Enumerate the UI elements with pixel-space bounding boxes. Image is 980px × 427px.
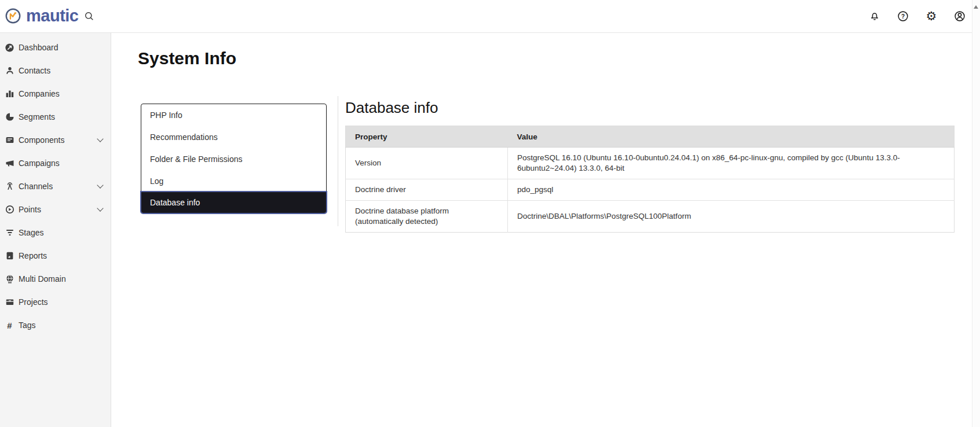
sidebar-item-label: Channels — [19, 182, 53, 191]
mautic-logo[interactable]: mautic — [5, 8, 78, 24]
sidebar-item-contacts[interactable]: Contacts — [0, 59, 111, 82]
table-row: Version PostgreSQL 16.10 (Ubuntu 16.10-0… — [346, 148, 955, 179]
column-header-property: Property — [346, 126, 508, 148]
circle-arrow-icon — [4, 205, 15, 215]
mautic-logo-wordmark: mautic — [26, 8, 78, 24]
tab-log[interactable]: Log — [141, 170, 326, 192]
mautic-app: mautic ? ⚙ — [0, 0, 980, 427]
table-row: Doctrine database platform (automaticall… — [346, 201, 955, 233]
property-cell: Version — [346, 148, 508, 179]
section-title: Database info — [345, 98, 955, 117]
sidebar-item-label: Multi Domain — [19, 274, 66, 284]
pie-chart-icon — [4, 112, 15, 122]
page-title: System Info — [138, 48, 236, 69]
search-icon[interactable] — [85, 12, 94, 23]
hash-icon: # — [4, 321, 15, 330]
archive-box-icon — [4, 297, 15, 307]
globe-icon — [4, 274, 15, 284]
system-info-tab-list: PHP Info Recommendations Folder & File P… — [141, 104, 327, 214]
sidebar-item-reports[interactable]: Reports — [0, 244, 111, 267]
sidebar-item-projects[interactable]: Projects — [0, 290, 111, 314]
value-cell: PostgreSQL 16.10 (Ubuntu 16.10-0ubuntu0.… — [508, 148, 955, 179]
scrollbar-up-arrow-icon[interactable] — [974, 5, 978, 9]
notifications-bell-icon[interactable] — [868, 10, 881, 23]
database-info-table: Property Value Version PostgreSQL 16.10 … — [345, 126, 955, 233]
left-sidebar: Dashboard Contacts — [0, 33, 111, 427]
settings-gear-icon[interactable]: ⚙ — [925, 10, 938, 23]
tab-database-info[interactable]: Database info — [141, 192, 326, 213]
report-doc-icon — [4, 251, 15, 261]
header-action-icons: ? ⚙ — [868, 0, 966, 32]
sidebar-item-companies[interactable]: Companies — [0, 82, 111, 105]
sidebar-item-label: Components — [19, 135, 64, 145]
person-icon — [4, 66, 15, 76]
tab-recommendations[interactable]: Recommendations — [141, 126, 326, 148]
table-row: Doctrine driver pdo_pgsql — [346, 179, 955, 201]
sidebar-item-label: Contacts — [19, 66, 50, 75]
mautic-logo-icon — [5, 8, 21, 24]
sidebar-item-label: Reports — [19, 251, 47, 260]
value-cell: pdo_pgsql — [508, 179, 955, 201]
sidebar-item-channels[interactable]: Channels — [0, 175, 111, 198]
sidebar-item-components[interactable]: Components — [0, 128, 111, 152]
chevron-down-icon — [97, 205, 103, 211]
property-cell: Doctrine driver — [346, 179, 508, 201]
sidebar-item-campaigns[interactable]: Campaigns — [0, 152, 111, 175]
sidebar-item-stages[interactable]: Stages — [0, 221, 111, 244]
account-icon[interactable] — [953, 10, 966, 23]
table-header-row: Property Value — [346, 126, 955, 148]
sidebar-item-multi-domain[interactable]: Multi Domain — [0, 267, 111, 290]
funnel-icon — [4, 228, 15, 238]
sidebar-item-label: Dashboard — [19, 43, 58, 52]
top-header-bar: mautic ? ⚙ — [0, 0, 980, 33]
chevron-down-icon — [97, 182, 103, 188]
sidebar-item-label: Campaigns — [19, 159, 60, 168]
sidebar-item-points[interactable]: Points — [0, 198, 111, 221]
sidebar-item-segments[interactable]: Segments — [0, 105, 111, 128]
tab-folder-file-permissions[interactable]: Folder & File Permissions — [141, 148, 326, 170]
property-cell: Doctrine database platform (automaticall… — [346, 201, 508, 233]
broadcast-icon — [4, 182, 15, 192]
database-info-section: Database info Property Value Version Pos… — [345, 98, 955, 233]
column-header-value: Value — [508, 126, 955, 148]
sidebar-item-label: Tags — [19, 321, 36, 330]
help-icon[interactable]: ? — [897, 10, 909, 23]
sidebar-item-label: Stages — [19, 228, 44, 237]
page-scrollbar[interactable] — [972, 0, 980, 427]
value-cell: Doctrine\DBAL\Platforms\PostgreSQL100Pla… — [508, 201, 955, 233]
main-content: System Info PHP Info Recommendations Fol… — [111, 33, 972, 427]
chevron-down-icon — [97, 135, 103, 142]
tab-content-divider — [338, 96, 338, 226]
bar-chart-icon — [4, 89, 15, 99]
sidebar-item-dashboard[interactable]: Dashboard — [0, 36, 111, 59]
dashboard-gauge-icon — [4, 43, 15, 53]
card-icon — [4, 135, 15, 145]
sidebar-item-label: Points — [19, 205, 41, 214]
sidebar-item-tags[interactable]: # Tags — [0, 314, 111, 337]
tab-php-info[interactable]: PHP Info — [141, 104, 326, 126]
sidebar-nav: Dashboard Contacts — [0, 33, 111, 337]
svg-text:?: ? — [901, 13, 905, 20]
sidebar-item-label: Companies — [19, 89, 60, 98]
sidebar-item-label: Projects — [19, 297, 48, 307]
sidebar-item-label: Segments — [19, 112, 55, 122]
megaphone-icon — [4, 159, 15, 168]
